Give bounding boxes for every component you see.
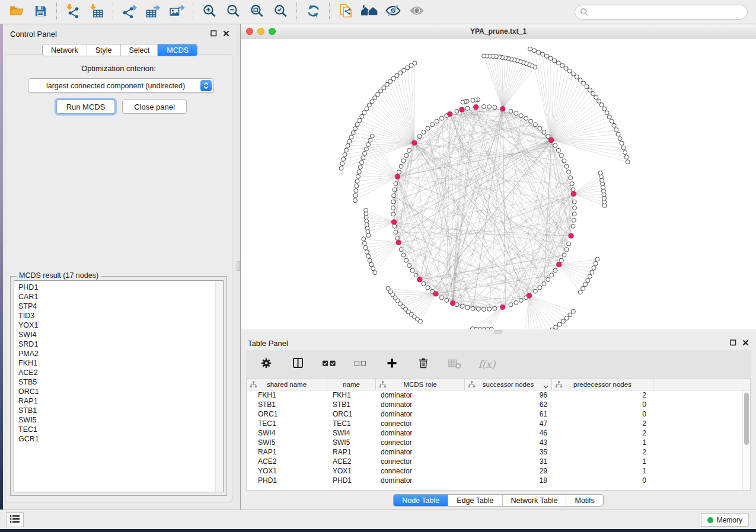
show-all-button[interactable] — [406, 1, 428, 23]
close-panel-icon[interactable] — [742, 338, 749, 348]
mcds-result-item[interactable]: STP4 — [18, 302, 223, 311]
task-history-button[interactable] — [6, 512, 24, 527]
create-column-button[interactable] — [381, 354, 403, 375]
mcds-result-item[interactable]: STB1 — [18, 406, 223, 415]
zoom-fit-button[interactable] — [246, 1, 267, 23]
column-header-shared-name[interactable]: shared name — [247, 379, 327, 390]
splitter-handle[interactable] — [495, 330, 502, 334]
table-row[interactable]: SWI4SWI4dominator462 — [247, 428, 750, 438]
table-row[interactable]: TEC1TEC1connector472 — [247, 419, 750, 428]
mcds-result-item[interactable]: FKH1 — [18, 358, 223, 368]
chevron-up-down-icon — [200, 80, 212, 91]
open-file-button[interactable] — [6, 1, 27, 23]
close-panel-icon[interactable] — [223, 28, 229, 39]
mcds-result-item[interactable]: ORC1 — [18, 387, 223, 396]
table-cell: YOX1 — [327, 466, 376, 476]
export-image-button[interactable] — [166, 1, 187, 23]
window-minimize-button[interactable] — [257, 28, 264, 35]
import-table-button[interactable] — [86, 1, 107, 23]
mcds-result-item[interactable]: ACE2 — [18, 368, 223, 377]
zoom-out-button[interactable] — [222, 1, 244, 23]
table-settings-button[interactable] — [256, 354, 277, 375]
clone-network-button[interactable] — [335, 1, 356, 23]
table-row[interactable]: STB1STB1dominator620 — [247, 400, 750, 409]
show-columns-button[interactable] — [287, 354, 308, 375]
column-header-name[interactable]: name — [327, 379, 376, 390]
tab-style[interactable]: Style — [87, 44, 120, 56]
mcds-result-item[interactable]: STB5 — [18, 377, 223, 387]
mcds-result-item[interactable]: CAR1 — [18, 292, 223, 302]
splitter-handle[interactable] — [237, 261, 240, 271]
zoom-out-icon — [226, 4, 241, 21]
close-panel-button[interactable]: Close panel — [122, 100, 187, 114]
table-row[interactable]: RAP1RAP1dominator352 — [247, 447, 750, 457]
tab-motifs[interactable]: Motifs — [566, 495, 602, 506]
mcds-result-item[interactable]: PMA2 — [18, 349, 223, 358]
mcds-result-item[interactable]: TEC1 — [18, 425, 223, 434]
column-header-predecessor-nodes[interactable]: predecessor nodes — [552, 379, 653, 390]
table-scrollbar-thumb[interactable] — [744, 393, 749, 445]
function-builder-button[interactable]: f(x) — [476, 354, 497, 375]
zoom-selected-button[interactable] — [270, 1, 291, 23]
float-panel-icon[interactable] — [730, 338, 736, 348]
network-graph[interactable] — [241, 39, 756, 329]
zoom-in-button[interactable] — [199, 1, 220, 23]
mcds-result-item[interactable]: PHD1 — [18, 283, 223, 292]
column-header-MCDS-role[interactable]: MCDS role — [376, 379, 465, 390]
table-row[interactable]: ORC1ORC1dominator610 — [247, 409, 750, 419]
search-input[interactable] — [575, 5, 748, 20]
network-canvas[interactable] — [241, 39, 756, 329]
table-scrollbar[interactable] — [742, 390, 750, 490]
table-cell: 2 — [552, 428, 653, 438]
tab-mcds[interactable]: MCDS — [157, 44, 197, 56]
mcds-result-item[interactable]: RAP1 — [18, 396, 223, 406]
export-table-button[interactable] — [142, 1, 164, 23]
apply-style-button[interactable] — [302, 1, 324, 23]
run-mcds-button[interactable]: Run MCDS — [56, 100, 115, 114]
save-session-button[interactable] — [30, 1, 51, 23]
search-icon — [580, 8, 589, 19]
table-row[interactable]: SWI5SWI5connector431 — [247, 438, 750, 447]
tab-select[interactable]: Select — [120, 44, 158, 56]
mcds-result-item[interactable]: SWI4 — [18, 330, 223, 339]
tab-network[interactable]: Network — [43, 44, 87, 56]
optimization-criterion-label: Optimization criterion: — [5, 64, 232, 73]
memory-button[interactable]: Memory — [701, 513, 749, 527]
float-panel-icon[interactable] — [210, 28, 217, 39]
table-cell: connector — [376, 466, 465, 476]
tab-edge-table[interactable]: Edge Table — [448, 495, 502, 506]
mcds-result-item[interactable]: TID3 — [18, 311, 223, 321]
toolbar-separator — [56, 2, 57, 21]
export-network-button[interactable] — [119, 1, 140, 23]
import-network-button[interactable] — [62, 1, 84, 23]
houses-icon — [361, 4, 378, 20]
hide-selected-button[interactable] — [382, 1, 404, 23]
first-neighbors-button[interactable] — [359, 1, 380, 23]
mcds-result-item[interactable]: YOX1 — [18, 321, 223, 330]
delete-column-button[interactable] — [413, 354, 434, 375]
criterion-select[interactable]: largest connected component (undirected) — [28, 78, 214, 93]
deselect-all-columns-button[interactable] — [350, 354, 371, 375]
tab-network-table[interactable]: Network Table — [502, 495, 566, 506]
table-row[interactable]: ACE2ACE2connector311 — [247, 457, 750, 466]
result-list-scrollbar[interactable] — [215, 281, 223, 492]
table-row[interactable]: FKH1FKH1dominator962 — [247, 390, 750, 400]
select-all-columns-button[interactable] — [318, 354, 340, 375]
delete-table-button[interactable] — [444, 354, 465, 375]
hierarchy-icon — [250, 381, 257, 389]
table-row[interactable]: YOX1YOX1connector291 — [247, 466, 750, 476]
tab-node-table[interactable]: Node Table — [393, 494, 448, 507]
window-close-button[interactable] — [246, 28, 253, 35]
table-row[interactable]: PHD1PHD1dominator180 — [247, 476, 750, 485]
mcds-result-item[interactable]: GCR1 — [18, 434, 223, 444]
horizontal-splitter[interactable] — [241, 329, 756, 335]
mcds-result-item[interactable]: SRD1 — [18, 339, 223, 349]
mcds-result-item[interactable]: SWI5 — [18, 415, 223, 425]
toolbar-separator — [329, 2, 330, 21]
table-cell: 62 — [465, 400, 552, 409]
vertical-splitter[interactable] — [237, 24, 241, 509]
column-header-successor-nodes[interactable]: successor nodes — [465, 379, 552, 390]
window-maximize-button[interactable] — [269, 28, 276, 35]
control-panel: Control Panel NetworkStyleSelectMCDS Opt… — [3, 24, 237, 509]
table-cell: SWI5 — [247, 438, 327, 447]
